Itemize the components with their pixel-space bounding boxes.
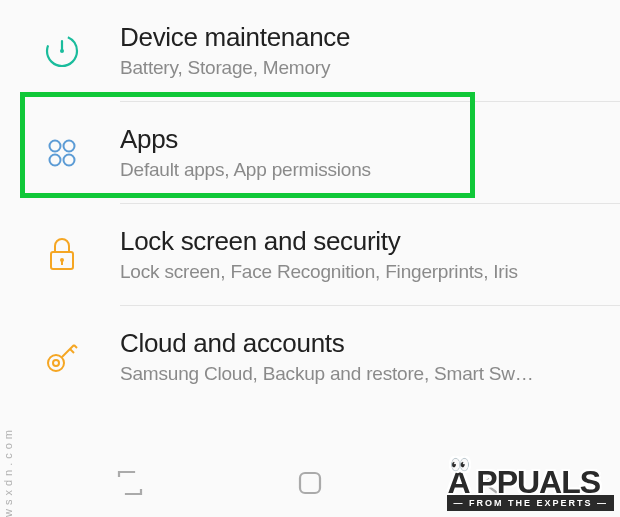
item-title: Cloud and accounts — [120, 328, 534, 359]
item-subtitle: Samsung Cloud, Backup and restore, Smart… — [120, 363, 534, 385]
settings-list: Device maintenance Battery, Storage, Mem… — [0, 0, 620, 407]
svg-point-11 — [53, 360, 59, 366]
recents-button[interactable] — [112, 465, 148, 501]
settings-item-cloud-accounts[interactable]: Cloud and accounts Samsung Cloud, Backup… — [0, 306, 620, 407]
svg-point-6 — [64, 154, 75, 165]
item-title: Apps — [120, 124, 371, 155]
item-subtitle: Default apps, App permissions — [120, 159, 371, 181]
item-title: Lock screen and security — [120, 226, 518, 257]
settings-item-apps[interactable]: Apps Default apps, App permissions — [0, 102, 620, 203]
settings-item-device-maintenance[interactable]: Device maintenance Battery, Storage, Mem… — [0, 0, 620, 101]
key-icon — [38, 333, 86, 381]
home-button[interactable] — [292, 465, 328, 501]
apps-icon — [38, 129, 86, 177]
svg-line-13 — [70, 349, 74, 353]
watermark-url-vertical: wsxdn.com — [2, 426, 14, 517]
svg-rect-15 — [300, 473, 320, 493]
lock-icon — [38, 231, 86, 279]
item-subtitle: Lock screen, Face Recognition, Fingerpri… — [120, 261, 518, 283]
svg-point-4 — [64, 140, 75, 151]
svg-point-5 — [50, 154, 61, 165]
svg-point-3 — [50, 140, 61, 151]
watermark-brand-rest: PPUALS — [476, 464, 600, 500]
svg-point-10 — [48, 355, 64, 371]
svg-point-2 — [60, 49, 64, 53]
item-subtitle: Battery, Storage, Memory — [120, 57, 350, 79]
gauge-icon — [38, 27, 86, 75]
watermark-badge: A 👀 PPUALS — FROM THE EXPERTS — — [447, 468, 614, 511]
svg-line-14 — [74, 345, 77, 348]
settings-item-lock-security[interactable]: Lock screen and security Lock screen, Fa… — [0, 204, 620, 305]
item-title: Device maintenance — [120, 22, 350, 53]
